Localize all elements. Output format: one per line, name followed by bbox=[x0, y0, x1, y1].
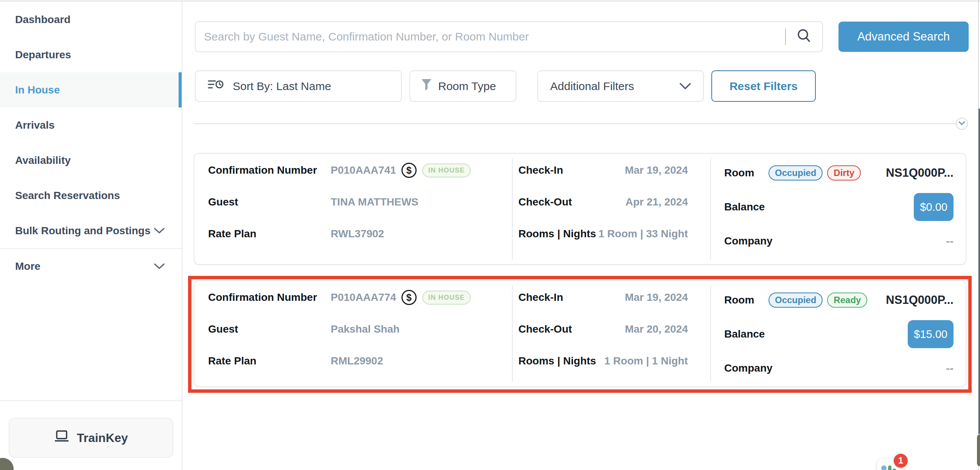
balance-label: Balance bbox=[724, 328, 768, 340]
search-icon[interactable] bbox=[796, 28, 812, 46]
rooms-nights-value: 1 Room | 1 Night bbox=[604, 355, 688, 367]
check-out-label: Check-Out bbox=[519, 196, 625, 208]
sort-icon bbox=[208, 79, 224, 94]
sidebar-item-in-house[interactable]: In House bbox=[0, 72, 181, 107]
sort-by-button[interactable]: Sort By: Last Name bbox=[195, 70, 402, 102]
dollar-circle-icon[interactable]: $ bbox=[401, 290, 417, 305]
funnel-icon bbox=[421, 78, 432, 94]
guest-value: TINA MATTHEWS bbox=[331, 196, 418, 208]
additional-filters-label: Additional Filters bbox=[550, 80, 634, 93]
search-separator bbox=[785, 29, 786, 45]
corner-widget bbox=[0, 458, 14, 470]
check-in-label: Check-In bbox=[519, 292, 625, 303]
confirmation-number-label: Confirmation Number bbox=[208, 292, 331, 303]
sidebar: Dashboard Departures In House Arrivals A… bbox=[0, 2, 182, 470]
sidebar-item-arrivals[interactable]: Arrivals bbox=[0, 107, 181, 143]
room-label: Room bbox=[724, 167, 768, 179]
rate-plan-label: Rate Plan bbox=[208, 228, 331, 240]
company-label: Company bbox=[724, 362, 768, 374]
occupancy-badge: Occupied bbox=[768, 293, 822, 307]
search-input[interactable]: Search by Guest Name, Confirmation Numbe… bbox=[195, 21, 823, 52]
sidebar-item-bulk-routing[interactable]: Bulk Routing and Postings bbox=[0, 213, 181, 248]
check-in-value: Mar 19, 2024 bbox=[625, 292, 688, 303]
company-value: -- bbox=[946, 235, 953, 247]
sidebar-item-label: Dashboard bbox=[15, 14, 70, 26]
card-divider bbox=[710, 285, 711, 382]
card-divider bbox=[710, 158, 711, 260]
sidebar-item-more[interactable]: More bbox=[0, 248, 181, 284]
guest-value: Pakshal Shah bbox=[331, 323, 399, 335]
scrollbar-thumb[interactable] bbox=[978, 108, 980, 434]
card-divider bbox=[512, 158, 513, 260]
notification-badge: 1 bbox=[894, 454, 908, 468]
sort-by-label: Sort By: Last Name bbox=[233, 80, 331, 93]
reservation-card[interactable]: Confirmation Number P010AAA741 $ IN HOUS… bbox=[194, 153, 966, 265]
room-label: Room bbox=[724, 294, 768, 306]
sidebar-bottom-divider bbox=[0, 400, 181, 401]
housekeeping-badge: Dirty bbox=[827, 166, 861, 180]
rooms-nights-label: Rooms | Nights bbox=[519, 228, 598, 240]
chevron-down-icon bbox=[679, 80, 692, 93]
sidebar-item-label: Departures bbox=[15, 49, 71, 61]
confirmation-number-label: Confirmation Number bbox=[208, 164, 331, 176]
chevron-down-icon bbox=[154, 225, 165, 237]
balance-chip[interactable]: $0.00 bbox=[914, 193, 953, 221]
side-widget-sliver bbox=[977, 435, 980, 466]
sidebar-item-label: More bbox=[15, 260, 40, 272]
sidebar-item-departures[interactable]: Departures bbox=[0, 37, 181, 72]
room-type-button[interactable]: Room Type bbox=[409, 70, 517, 102]
sidebar-item-label: Search Reservations bbox=[15, 190, 120, 202]
trainkey-button[interactable]: TrainKey bbox=[9, 418, 173, 458]
status-badge: IN HOUSE bbox=[422, 291, 471, 304]
search-placeholder: Search by Guest Name, Confirmation Numbe… bbox=[204, 30, 529, 43]
balance-label: Balance bbox=[724, 201, 768, 213]
room-value: NS1Q000P... bbox=[886, 293, 953, 307]
sidebar-item-label: Availability bbox=[15, 155, 71, 167]
company-label: Company bbox=[724, 235, 768, 247]
rate-plan-label: Rate Plan bbox=[208, 355, 331, 367]
sidebar-item-label: Bulk Routing and Postings bbox=[15, 225, 151, 237]
advanced-search-button[interactable]: Advanced Search bbox=[838, 22, 969, 52]
occupancy-badge: Occupied bbox=[768, 166, 822, 180]
card-divider bbox=[512, 285, 513, 382]
check-out-value: Apr 21, 2024 bbox=[625, 196, 688, 208]
sidebar-item-search-reservations[interactable]: Search Reservations bbox=[0, 178, 181, 213]
confirmation-number-value: P010AAA774 bbox=[331, 292, 396, 303]
company-value: -- bbox=[946, 362, 953, 374]
guest-label: Guest bbox=[208, 196, 331, 208]
housekeeping-badge: Ready bbox=[827, 293, 867, 307]
balance-chip[interactable]: $15.00 bbox=[908, 320, 953, 348]
rate-plan-value: RWL37902 bbox=[331, 228, 384, 240]
laptop-icon bbox=[54, 430, 69, 446]
guest-label: Guest bbox=[208, 323, 331, 335]
dollar-circle-icon[interactable]: $ bbox=[401, 163, 417, 178]
trainkey-label: TrainKey bbox=[77, 431, 128, 445]
check-in-value: Mar 19, 2024 bbox=[625, 164, 688, 176]
rooms-nights-label: Rooms | Nights bbox=[519, 355, 604, 367]
chevron-down-icon bbox=[958, 120, 965, 127]
rooms-nights-value: 1 Room | 33 Night bbox=[598, 228, 688, 240]
status-badge: IN HOUSE bbox=[422, 164, 471, 177]
chevron-down-icon bbox=[154, 260, 165, 272]
additional-filters-button[interactable]: Additional Filters bbox=[537, 70, 704, 102]
sidebar-item-label: Arrivals bbox=[15, 119, 54, 131]
sidebar-nav: Dashboard Departures In House Arrivals A… bbox=[0, 2, 181, 284]
sidebar-item-dashboard[interactable]: Dashboard bbox=[0, 2, 181, 37]
confirmation-number-value: P010AAA741 bbox=[331, 164, 396, 176]
results-divider bbox=[194, 123, 956, 124]
check-out-value: Mar 20, 2024 bbox=[625, 323, 688, 335]
sidebar-item-availability[interactable]: Availability bbox=[0, 143, 181, 178]
room-type-label: Room Type bbox=[438, 80, 496, 93]
collapse-toggle[interactable] bbox=[956, 118, 968, 130]
check-out-label: Check-Out bbox=[519, 323, 625, 335]
reservation-card-highlighted[interactable]: Confirmation Number P010AAA774 $ IN HOUS… bbox=[194, 280, 966, 387]
rate-plan-value: RML29902 bbox=[331, 355, 383, 367]
room-value: NS1Q000P... bbox=[886, 166, 953, 180]
reset-filters-button[interactable]: Reset Filters bbox=[711, 70, 816, 102]
sidebar-item-label: In House bbox=[15, 84, 60, 96]
check-in-label: Check-In bbox=[519, 164, 625, 176]
